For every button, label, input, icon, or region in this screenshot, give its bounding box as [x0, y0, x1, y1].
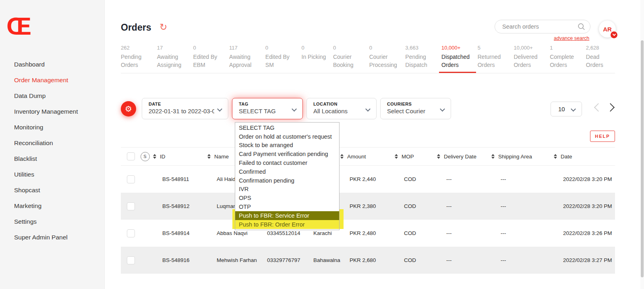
sidebar-item[interactable]: Order Management — [14, 75, 78, 85]
tag-dropdown-option[interactable]: Order on hold at customer's request — [235, 132, 339, 141]
status-tab-count: 5 — [478, 45, 507, 51]
tag-dropdown-option[interactable]: OTP — [235, 202, 339, 211]
sidebar-item[interactable]: Data Dump — [14, 91, 78, 101]
refresh-icon[interactable]: ↻ — [159, 22, 167, 33]
status-tab[interactable]: 117 Awaiting Approval — [229, 45, 258, 73]
status-tab[interactable]: 5 Returned Orders — [478, 45, 507, 73]
row-checkbox[interactable] — [127, 175, 135, 183]
status-tab[interactable]: 3,663 Pending Dispatch — [405, 45, 434, 73]
header-divider — [121, 73, 615, 73]
cell-shipping-area: --- — [491, 230, 554, 236]
tag-filter-label: TAG — [239, 102, 289, 106]
status-tab-label: Courier Booking — [333, 53, 362, 69]
scrollbar-thumb[interactable] — [641, 40, 644, 277]
status-tab[interactable]: 0 Courier Booking — [333, 45, 362, 73]
location-filter[interactable]: LOCATION All Locations — [306, 98, 377, 119]
couriers-filter-label: COURIERS — [387, 102, 437, 106]
sidebar-item[interactable]: Settings — [14, 217, 78, 227]
sort-icon[interactable] — [207, 154, 211, 159]
sidebar-item[interactable]: Super Admin Panel — [14, 233, 78, 242]
status-tab-count: 262 — [121, 45, 150, 51]
status-tab[interactable]: 0 Edited By SM — [265, 45, 294, 73]
couriers-filter[interactable]: COURIERS Select Courier — [380, 98, 451, 119]
sort-icon[interactable] — [491, 154, 495, 159]
chevron-down-icon — [365, 106, 371, 112]
search-input[interactable] — [495, 23, 578, 30]
sidebar-item[interactable]: Marketing — [14, 201, 78, 211]
status-tab[interactable]: 17 Awaiting Assigning — [157, 45, 186, 73]
date-filter[interactable]: DATE 2022-01-31 to 2022-03-01 — [142, 98, 228, 119]
status-tab[interactable]: 2,628 Dead Orders — [586, 45, 615, 73]
next-page-button[interactable] — [606, 103, 615, 112]
status-tab[interactable]: 0 Edited By EBM — [193, 45, 222, 73]
status-tab-label: Edited By SM — [265, 53, 294, 69]
cell-delivery-date: --- — [437, 203, 491, 209]
cell-shipping-area: --- — [491, 176, 554, 182]
sidebar-item[interactable]: Reconciliation — [14, 138, 78, 148]
cell-order-id: BS-548912 — [153, 203, 207, 209]
sidebar: Œ Dashboard Order Management Data Dump I… — [0, 0, 105, 289]
cell-city: Karachi — [304, 230, 340, 236]
sidebar-item[interactable]: Utilities — [14, 170, 78, 179]
sort-icon[interactable] — [554, 154, 557, 159]
prev-page-button[interactable] — [594, 103, 603, 112]
row-checkbox[interactable] — [127, 229, 135, 237]
tag-dropdown-option[interactable]: Push to FBR: Service Error — [235, 211, 339, 220]
status-tab[interactable]: 10,000+ Delivered Orders — [514, 45, 543, 73]
avatar[interactable]: AR — [599, 21, 616, 37]
tag-dropdown-option[interactable]: Failed to contact customer — [235, 158, 339, 167]
tag-dropdown-option[interactable]: IVR — [235, 185, 339, 194]
select-all-checkbox[interactable] — [127, 152, 135, 160]
app-window: Œ Dashboard Order Management Data Dump I… — [0, 0, 644, 289]
tag-dropdown-option[interactable]: Confirmed — [235, 167, 339, 176]
search-icon[interactable] — [578, 22, 585, 31]
status-tab[interactable]: 10,000+ Dispatched Orders — [441, 45, 470, 73]
avatar-dropdown-badge[interactable] — [611, 31, 617, 38]
status-tab-label: Dead Orders — [586, 53, 615, 69]
avatar-initials: AR — [603, 26, 612, 33]
col-header-id: ID — [160, 154, 166, 160]
status-tab-count: 10,000+ — [441, 45, 470, 51]
page-size-select[interactable]: 10 — [551, 102, 582, 116]
sort-icon[interactable] — [153, 154, 156, 159]
vertical-scrollbar — [640, 0, 644, 289]
tag-dropdown-option[interactable]: OPS — [235, 193, 339, 202]
cell-date: 2022/02/28 3:26 PM — [554, 230, 615, 236]
table-row: BS-548911 Ali Haider PKR 2,440 COD --- -… — [121, 166, 615, 193]
tag-dropdown-option[interactable]: SELECT TAG — [235, 123, 339, 132]
sidebar-item[interactable]: Blacklist — [14, 154, 78, 164]
orders-table: S ID Name Amount MOP Delivery Date Shipp… — [121, 147, 615, 274]
filter-settings-button[interactable]: ⚙ — [121, 101, 136, 116]
sidebar-nav: Dashboard Order Management Data Dump Inv… — [14, 60, 78, 242]
tag-dropdown-option[interactable]: Push to FBR: Order Error — [235, 220, 339, 229]
gear-icon: ⚙ — [125, 104, 132, 114]
status-tab[interactable]: 262 Pending Orders — [121, 45, 150, 73]
help-button[interactable]: HELP — [590, 131, 615, 142]
tag-dropdown-option[interactable]: Card Payment verification pending — [235, 150, 339, 158]
status-tab-label: Edited By EBM — [193, 53, 222, 69]
row-checkbox[interactable] — [127, 256, 135, 264]
sort-icon[interactable] — [437, 154, 440, 159]
status-tab-label: Complete Orders — [550, 53, 579, 69]
tag-dropdown-option[interactable]: Stock to be arranged — [235, 141, 339, 150]
col-header-date: Date — [561, 154, 572, 160]
status-tab-count: 0 — [333, 45, 362, 51]
status-tab[interactable]: 0 In Picking — [302, 45, 326, 73]
cell-delivery-date: --- — [437, 230, 491, 236]
table-row: BS-548916 Mehwish Farhan 03329776797 Bah… — [121, 247, 615, 274]
sort-icon[interactable] — [395, 154, 398, 159]
tag-dropdown-option[interactable]: Confirmation pending — [235, 176, 339, 185]
cell-city: Bahawalna... — [304, 257, 340, 263]
row-checkbox[interactable] — [127, 202, 135, 210]
cell-amount: PKR 2,480 — [340, 230, 395, 236]
sidebar-item[interactable]: Monitoring — [14, 123, 78, 132]
status-tab[interactable]: 0 Courier Processing — [369, 45, 398, 73]
tag-filter[interactable]: TAG SELECT TAG — [232, 98, 303, 119]
sidebar-item[interactable]: Inventory Management — [14, 107, 78, 116]
tag-filter-value: SELECT TAG — [239, 108, 289, 114]
sort-icon[interactable] — [340, 154, 344, 159]
sidebar-item[interactable]: Shopcast — [14, 185, 78, 195]
status-tab[interactable]: 1 Complete Orders — [550, 45, 579, 73]
advance-search-link[interactable]: advance search — [554, 35, 589, 41]
sidebar-item[interactable]: Dashboard — [14, 60, 78, 69]
